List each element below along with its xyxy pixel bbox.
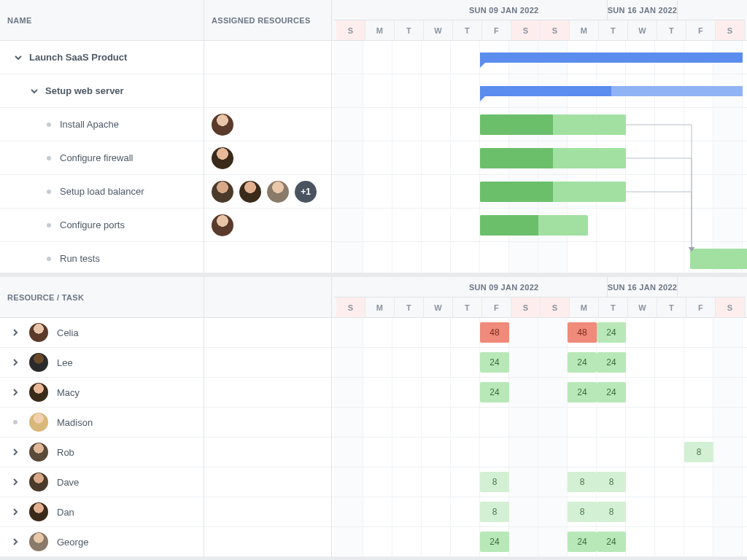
histogram-cell[interactable]: 24 — [568, 352, 597, 373]
histogram-cell[interactable]: 8 — [597, 502, 626, 522]
column-header-resources[interactable]: ASSIGNED RESOURCES — [204, 0, 331, 41]
histogram-cell[interactable]: 24 — [480, 382, 509, 402]
day-header: F — [686, 20, 716, 40]
assignee-cell[interactable] — [204, 41, 331, 74]
task-name: Configure firewall — [60, 152, 133, 163]
task-row[interactable]: Setup web server — [0, 74, 204, 108]
resource-row[interactable]: Dave — [0, 467, 204, 497]
week-header: SUN 16 JAN 2022 — [608, 277, 678, 297]
expand-toggle[interactable] — [10, 447, 20, 457]
histogram-cell[interactable]: 24 — [597, 322, 626, 343]
histogram-cell[interactable]: 24 — [480, 352, 509, 373]
expand-toggle[interactable] — [10, 507, 20, 517]
day-header: M — [365, 298, 395, 317]
column-header-blank — [204, 277, 331, 318]
histogram-cell[interactable]: 24 — [597, 532, 626, 552]
gantt-summary-bar[interactable] — [480, 86, 743, 96]
histogram-row: 8 — [332, 438, 747, 467]
avatar[interactable] — [238, 179, 263, 204]
day-header: T — [599, 20, 628, 40]
assignee-cell[interactable] — [204, 242, 331, 273]
task-row[interactable]: Run tests — [0, 242, 204, 273]
task-row[interactable]: Setup load balancer — [0, 175, 204, 209]
histogram-cell[interactable]: 24 — [568, 532, 597, 552]
histogram-cell[interactable]: 8 — [684, 442, 713, 462]
avatar[interactable] — [210, 213, 235, 238]
histogram-row: 888 — [332, 497, 747, 527]
assignee-cell[interactable] — [204, 74, 331, 108]
histogram-cell[interactable]: 8 — [568, 502, 597, 522]
blank-cell — [204, 467, 331, 497]
gantt-summary-bar[interactable] — [480, 52, 743, 63]
task-row[interactable]: Launch SaaS Product — [0, 41, 204, 74]
gantt-task-bar[interactable] — [480, 114, 626, 135]
expand-toggle[interactable] — [29, 86, 39, 96]
assignee-cell[interactable] — [204, 141, 331, 175]
avatar[interactable] — [28, 531, 50, 553]
day-header: M — [570, 20, 599, 40]
expand-toggle[interactable] — [10, 477, 20, 487]
expand-toggle[interactable] — [10, 387, 20, 397]
histogram-cell[interactable]: 24 — [597, 352, 626, 373]
avatar[interactable] — [210, 179, 235, 204]
resource-row[interactable]: Celia — [0, 318, 204, 348]
avatar[interactable] — [210, 112, 235, 137]
bullet-icon — [10, 417, 20, 427]
resource-name: Madison — [57, 417, 93, 428]
expand-toggle[interactable] — [13, 52, 23, 63]
assignee-cell[interactable]: +1 — [204, 175, 331, 209]
expand-toggle[interactable] — [10, 537, 20, 547]
histogram-row: 242424 — [332, 527, 747, 557]
week-header: SUN 09 JAN 2022 — [401, 0, 608, 20]
column-header-name[interactable]: NAME — [0, 0, 204, 41]
task-row[interactable]: Install Apache — [0, 108, 204, 141]
gantt-row — [332, 242, 747, 273]
gantt-row — [332, 209, 747, 242]
resource-row[interactable]: George — [0, 527, 204, 557]
histogram-cell[interactable]: 8 — [597, 472, 626, 492]
histogram-cell[interactable]: 24 — [597, 382, 626, 402]
day-header: S — [336, 20, 365, 40]
gantt-task-bar[interactable] — [480, 182, 626, 202]
avatar[interactable] — [28, 501, 50, 523]
avatar[interactable] — [28, 381, 50, 403]
histogram-cell[interactable]: 8 — [568, 472, 597, 492]
resource-row[interactable]: Madison — [0, 408, 204, 438]
gantt-task-bar[interactable] — [480, 215, 588, 236]
gantt-task-bar[interactable] — [480, 148, 626, 168]
expand-toggle[interactable] — [10, 327, 20, 338]
resource-row[interactable]: Rob — [0, 438, 204, 467]
resource-row[interactable]: Lee — [0, 348, 204, 378]
histogram-cell[interactable]: 48 — [568, 322, 597, 343]
gantt-progress — [480, 114, 553, 135]
histogram-cell[interactable]: 24 — [480, 532, 509, 552]
avatar[interactable] — [28, 471, 50, 493]
avatar[interactable] — [210, 146, 235, 171]
task-row[interactable]: Configure firewall — [0, 141, 204, 175]
avatar[interactable] — [266, 179, 290, 204]
avatar[interactable] — [28, 322, 50, 343]
week-header: SUN 09 JAN 2022 — [401, 277, 608, 297]
gantt-task-bar[interactable] — [690, 249, 747, 269]
avatar-overflow[interactable]: +1 — [293, 179, 318, 204]
gantt-progress — [480, 182, 553, 202]
histogram-cell[interactable]: 48 — [480, 322, 509, 343]
week-header: SUN 16 JAN 2022 — [608, 0, 678, 20]
avatar[interactable] — [28, 411, 50, 433]
histogram-cell[interactable]: 8 — [480, 502, 509, 522]
assignee-cell[interactable] — [204, 108, 331, 141]
expand-toggle[interactable] — [10, 357, 20, 368]
histogram-cell[interactable]: 8 — [480, 472, 509, 492]
column-header-resource-task[interactable]: RESOURCE / TASK — [0, 277, 204, 318]
day-header: S — [336, 298, 365, 317]
resource-row[interactable]: Macy — [0, 378, 204, 408]
timeline-header-bottom: SUN 09 JAN 2022SUN 16 JAN 2022 SMTWTFSSM… — [332, 277, 747, 318]
avatar[interactable] — [28, 351, 50, 373]
timeline-header-top: SUN 09 JAN 2022SUN 16 JAN 2022 SMTWTFSSM… — [332, 0, 747, 41]
histogram-row: 242424 — [332, 348, 747, 378]
avatar[interactable] — [28, 441, 50, 463]
histogram-cell[interactable]: 24 — [568, 382, 597, 402]
assignee-cell[interactable] — [204, 209, 331, 242]
task-row[interactable]: Configure ports — [0, 209, 204, 242]
resource-row[interactable]: Dan — [0, 497, 204, 527]
